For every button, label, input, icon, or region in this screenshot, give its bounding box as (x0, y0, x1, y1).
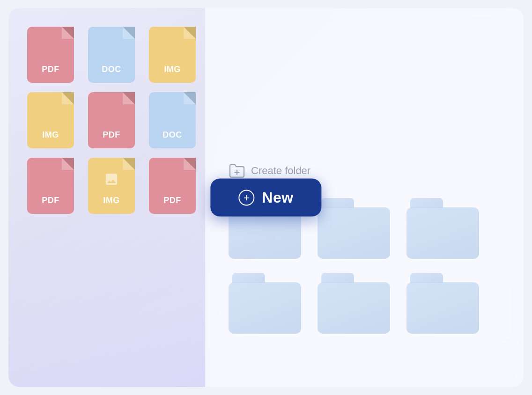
main-container: PDF DOC IMG IMG PDF DOC PDF IMG (8, 8, 524, 387)
file-icon-pdf: PDF (27, 158, 74, 214)
create-folder-label: Create folder (251, 165, 310, 177)
file-type-label: PDF (42, 196, 59, 205)
file-type-label: IMG (42, 130, 59, 140)
folder-icon (229, 273, 301, 334)
folder-icon (318, 198, 390, 259)
file-icon-doc: DOC (149, 92, 196, 148)
file-type-label: PDF (42, 65, 59, 74)
new-button-label: New (262, 189, 293, 206)
file-icon-img: IMG (27, 92, 74, 148)
file-icon-pdf: PDF (27, 27, 74, 83)
plus-circle-icon: + (238, 190, 254, 205)
folder-icon (406, 273, 479, 334)
file-icon-pdf: PDF (88, 92, 135, 148)
files-grid: PDF DOC IMG IMG PDF DOC PDF IMG (18, 17, 210, 223)
file-type-label: PDF (103, 130, 120, 140)
file-type-label: IMG (103, 196, 120, 205)
file-type-label: DOC (102, 65, 121, 74)
folders-grid (229, 198, 500, 334)
file-type-label: IMG (164, 65, 181, 74)
file-type-label: PDF (163, 196, 181, 205)
create-folder-icon (229, 162, 245, 179)
file-icon-pdf: PDF (149, 158, 196, 214)
create-folder-row: Create folder (229, 162, 500, 179)
file-icon-img: IMG (149, 27, 196, 83)
folder-icon (318, 273, 390, 334)
folder-icon (406, 198, 479, 259)
file-icon-img: IMG (88, 158, 135, 214)
new-button[interactable]: + New (210, 179, 321, 217)
file-type-label: DOC (163, 130, 182, 140)
file-icon-doc: DOC (88, 27, 135, 83)
